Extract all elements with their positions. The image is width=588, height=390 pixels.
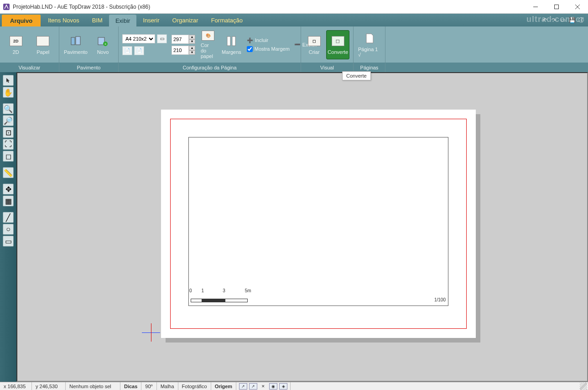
- svg-rect-6: [76, 37, 80, 45]
- height-up[interactable]: ▲: [189, 46, 195, 50]
- tool-move[interactable]: ✥: [3, 184, 14, 195]
- paper: 0 1 3 5m 1/100: [161, 110, 476, 338]
- tool-rect[interactable]: ▭: [3, 236, 14, 247]
- btn-papel-label: Papel: [36, 49, 49, 55]
- snap-icon-2[interactable]: ↗: [249, 383, 257, 390]
- page-scale: 1/100: [434, 297, 446, 302]
- tool-measure[interactable]: 📏: [3, 167, 14, 178]
- ribbon: 2D 2D Papel Pavimento + Novo A4 210x2 ▭ …: [0, 26, 588, 63]
- status-y: y 246,530: [32, 382, 66, 390]
- tool-line[interactable]: ╱: [3, 212, 14, 223]
- btn-cor-papel[interactable]: 🎨 Cor do papel: [200, 30, 216, 59]
- status-dicas[interactable]: Dicas: [120, 382, 141, 390]
- status-angle[interactable]: 90º: [141, 382, 156, 390]
- height-down[interactable]: ▼: [189, 50, 195, 55]
- btn-criar[interactable]: ◻ Criar: [305, 30, 323, 59]
- 2d-icon: 2D: [9, 35, 23, 47]
- label-paginas: Páginas: [354, 63, 385, 72]
- status-fotografico[interactable]: Fotográfico: [178, 382, 211, 390]
- undo-icon[interactable]: ↶: [541, 16, 549, 24]
- btn-converte[interactable]: ⬚ Converte: [326, 30, 349, 59]
- main: ✋ 🔍 🔎 ⊡ ⛶ ◻ 📏 ✥ ▦ ╱ ○ ▭ 0 1 3 5m: [0, 72, 588, 382]
- page-icon-1[interactable]: 📄: [122, 46, 132, 55]
- drawing-frame: [188, 137, 448, 306]
- status-snap-icons: ↗ ↗ ✕ ◉ ◈: [236, 382, 291, 390]
- btn-novo-label: Novo: [97, 49, 109, 55]
- tool-grid[interactable]: ▦: [3, 195, 14, 206]
- btn-margens-label: Margens: [222, 49, 241, 55]
- tab-inserir[interactable]: Inserir: [136, 14, 166, 26]
- chk-mostra-margem[interactable]: Mostra Margem: [247, 46, 290, 52]
- btn-pagina1[interactable]: Página 1 √: [357, 30, 381, 59]
- margens-icon: [224, 35, 239, 47]
- scale-bar: [191, 299, 248, 302]
- ribbon-labels: Visualizar Pavimento Configuração da Pág…: [0, 63, 588, 72]
- tab-formatacao[interactable]: Formatação: [205, 14, 249, 26]
- btn-incluir[interactable]: ➕Incluir: [247, 37, 290, 43]
- tab-itens-novos[interactable]: Itens Novos: [42, 14, 86, 26]
- svg-rect-11: [232, 37, 235, 46]
- window-icon[interactable]: ▭: [559, 16, 567, 24]
- tool-circle[interactable]: ○: [3, 224, 14, 235]
- status-malha[interactable]: Malha: [157, 382, 178, 390]
- chk-mostra-input[interactable]: [247, 46, 253, 52]
- svg-rect-10: [227, 37, 230, 46]
- panel-visual: ◻ Criar ⬚ Converte: [301, 26, 354, 63]
- tool-zoom-out[interactable]: 🔎: [3, 115, 14, 126]
- snap-icon-5[interactable]: ◈: [279, 383, 287, 390]
- tab-bim[interactable]: BIM: [86, 14, 109, 26]
- width-up[interactable]: ▲: [189, 35, 195, 39]
- tool-pan[interactable]: ✋: [3, 87, 14, 98]
- criar-icon: ◻: [307, 35, 322, 47]
- panel-paginas: Página 1 √: [354, 26, 385, 63]
- height-spinner[interactable]: ▲▼: [172, 46, 195, 55]
- btn-cor-label: Cor do papel: [201, 42, 215, 59]
- tool-zoom-extents[interactable]: ⛶: [3, 139, 14, 150]
- minimize-button[interactable]: [525, 0, 546, 14]
- maximize-button[interactable]: [546, 0, 567, 14]
- height-input[interactable]: [172, 46, 189, 55]
- snap-icon-4[interactable]: ◉: [269, 383, 277, 390]
- save-icon[interactable]: 💾: [568, 16, 576, 24]
- width-down[interactable]: ▼: [189, 39, 195, 44]
- snap-icon-3[interactable]: ✕: [259, 383, 267, 390]
- btn-novo[interactable]: + Novo: [91, 30, 114, 59]
- panel-config-pagina: A4 210x2 ▭ 📄 📄 ▲▼ ▲▼ 🎨 Cor do papel: [119, 26, 301, 63]
- tab-arquivo[interactable]: Arquivo: [2, 15, 41, 26]
- app-icon: [3, 3, 10, 11]
- page-icon-2[interactable]: 📄: [134, 46, 144, 55]
- tool-zoom-in[interactable]: 🔍: [3, 103, 14, 114]
- excluir-icon: ➖: [294, 42, 301, 47]
- btn-pavimento-label: Pavimento: [64, 49, 88, 55]
- btn-2d[interactable]: 2D 2D: [4, 30, 28, 59]
- help-icon[interactable]: ⓘ: [577, 16, 585, 24]
- btn-criar-label: Criar: [309, 49, 320, 55]
- orientation-icon[interactable]: ▭: [157, 34, 167, 43]
- tool-zoom-all[interactable]: ◻: [3, 151, 14, 162]
- resize-grip[interactable]: [580, 383, 587, 390]
- width-input[interactable]: [172, 35, 189, 44]
- tool-pointer[interactable]: [3, 75, 14, 86]
- status-origem[interactable]: Origem: [211, 382, 237, 390]
- btn-papel[interactable]: Papel: [31, 30, 56, 59]
- window-controls: [525, 0, 588, 14]
- snap-icon-1[interactable]: ↗: [239, 383, 247, 390]
- paper-size-select[interactable]: A4 210x2: [122, 34, 155, 43]
- label-config: Configuração da Página: [119, 63, 301, 72]
- scale-labels: 0 1 3 5m: [189, 288, 251, 293]
- btn-margens[interactable]: Margens: [221, 30, 242, 59]
- btn-2d-label: 2D: [13, 49, 19, 55]
- papel-icon: [36, 35, 50, 47]
- width-spinner[interactable]: ▲▼: [172, 35, 195, 44]
- canvas[interactable]: 0 1 3 5m 1/100: [16, 72, 588, 382]
- tool-zoom-window[interactable]: ⊡: [3, 127, 14, 138]
- close-button[interactable]: [567, 0, 588, 14]
- panel-pavimento: Pavimento + Novo: [59, 26, 119, 63]
- tooltip-converte: Converte: [342, 71, 371, 80]
- converte-icon: ⬚: [331, 35, 345, 47]
- tab-organizar[interactable]: Organizar: [166, 14, 205, 26]
- btn-pavimento[interactable]: Pavimento: [63, 30, 88, 59]
- redo-icon[interactable]: ↷: [550, 16, 558, 24]
- statusbar: x 166,835 y 246,530 Nenhum objeto sel Di…: [0, 382, 588, 390]
- tab-exibir[interactable]: Exibir: [109, 15, 137, 26]
